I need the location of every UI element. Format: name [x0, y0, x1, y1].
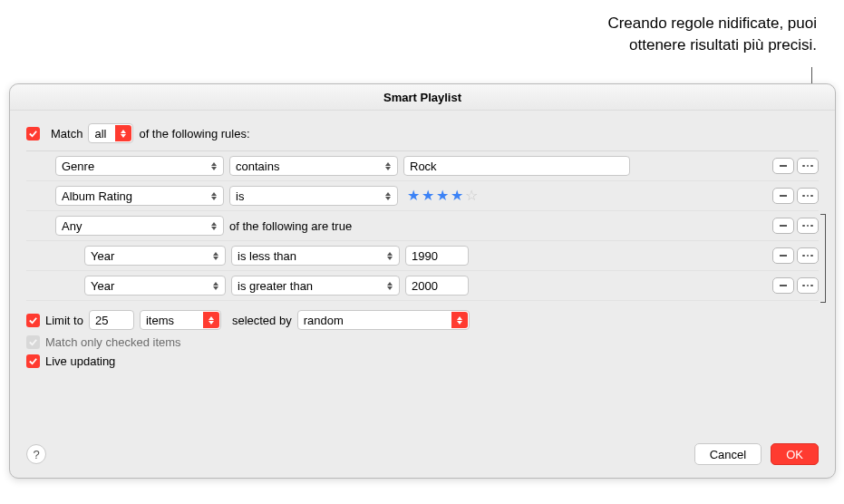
checkmark-icon [28, 129, 38, 139]
rule-row-group: Any of the following are true [26, 211, 819, 241]
limit-label: Limit to [45, 314, 83, 327]
rules-list: Genre contains Rock Alb [26, 150, 819, 301]
rule-options-button[interactable] [797, 277, 819, 294]
help-button[interactable]: ? [26, 444, 46, 464]
smart-playlist-dialog: Smart Playlist Match all of the followin… [9, 83, 836, 479]
live-updating-label: Live updating [45, 354, 115, 368]
rule-options-button[interactable] [797, 158, 819, 174]
match-row: Match all of the following rules: [26, 123, 819, 143]
rule-row-nested: Year is less than 1990 [26, 241, 819, 271]
rule-field-select[interactable]: Album Rating [55, 186, 224, 206]
rule-row-nested: Year is greater than 2000 [26, 271, 819, 301]
minus-icon [780, 255, 787, 257]
match-checkbox[interactable] [26, 127, 40, 141]
nested-bracket-indicator [820, 214, 826, 303]
help-icon: ? [33, 448, 39, 461]
rule-value-input[interactable]: Rock [403, 156, 630, 176]
dialog-footer: ? Cancel OK [26, 443, 819, 465]
checkmark-icon [28, 356, 38, 366]
rule-options-button[interactable] [797, 188, 819, 204]
ok-button[interactable]: OK [771, 443, 819, 465]
match-mode-select[interactable]: all [88, 123, 133, 143]
callout-text: Creando regole nidificate, puoi ottenere… [436, 13, 817, 56]
checkmark-icon [28, 315, 38, 325]
rule-field-select[interactable]: Year [84, 276, 226, 296]
star-icon: ☆ [465, 189, 478, 203]
ellipsis-icon [802, 165, 813, 168]
match-checked-row: Match only checked items [26, 335, 819, 349]
ellipsis-icon [802, 225, 813, 228]
remove-rule-button[interactable] [772, 218, 794, 234]
minus-icon [780, 285, 787, 286]
match-checked-label: Match only checked items [45, 335, 181, 349]
rule-options-button[interactable] [797, 218, 819, 234]
remove-rule-button[interactable] [772, 277, 794, 294]
rule-star-rating[interactable]: ★ ★ ★ ★ ☆ [403, 189, 478, 203]
rule-options-button[interactable] [797, 247, 819, 264]
limit-selected-by-label: selected by [232, 314, 292, 327]
star-icon: ★ [422, 189, 434, 203]
minus-icon [780, 225, 787, 227]
rule-operator-select[interactable]: contains [229, 156, 398, 176]
rule-value-input[interactable]: 1990 [405, 246, 469, 266]
match-label-before: Match [51, 127, 82, 141]
rule-group-label: of the following are true [229, 219, 352, 233]
rule-operator-select[interactable]: is [229, 186, 398, 206]
minus-icon [780, 165, 787, 167]
rule-operator-select[interactable]: is greater than [231, 276, 400, 296]
dialog-title: Smart Playlist [10, 84, 835, 111]
minus-icon [780, 195, 787, 197]
limit-row: Limit to 25 items selected by random [26, 310, 819, 330]
cancel-button[interactable]: Cancel [694, 443, 762, 465]
star-icon: ★ [407, 189, 420, 203]
ellipsis-icon [802, 285, 813, 287]
rule-row: Album Rating is ★ ★ ★ ★ ☆ [26, 181, 819, 211]
star-icon: ★ [451, 189, 463, 203]
match-label-after: of the following rules: [139, 127, 249, 141]
ellipsis-icon [802, 255, 813, 257]
rule-operator-select[interactable]: is less than [231, 246, 400, 266]
star-icon: ★ [436, 189, 449, 203]
rule-row: Genre contains Rock [26, 151, 819, 181]
live-updating-checkbox[interactable] [26, 354, 40, 368]
limit-value-input[interactable]: 25 [89, 310, 134, 330]
remove-rule-button[interactable] [772, 247, 794, 264]
limit-unit-select[interactable]: items [140, 310, 221, 330]
remove-rule-button[interactable] [772, 158, 794, 174]
limit-method-select[interactable]: random [297, 310, 470, 330]
checkmark-icon [28, 337, 38, 347]
rule-field-select[interactable]: Year [84, 246, 226, 266]
rule-group-mode-select[interactable]: Any [55, 216, 224, 236]
limit-checkbox[interactable] [26, 314, 40, 327]
options-block: Limit to 25 items selected by random [26, 310, 819, 368]
rule-value-input[interactable]: 2000 [405, 276, 469, 296]
match-checked-checkbox [26, 335, 40, 349]
ellipsis-icon [802, 195, 813, 198]
rule-field-select[interactable]: Genre [55, 156, 224, 176]
live-updating-row: Live updating [26, 354, 819, 368]
remove-rule-button[interactable] [772, 188, 794, 204]
